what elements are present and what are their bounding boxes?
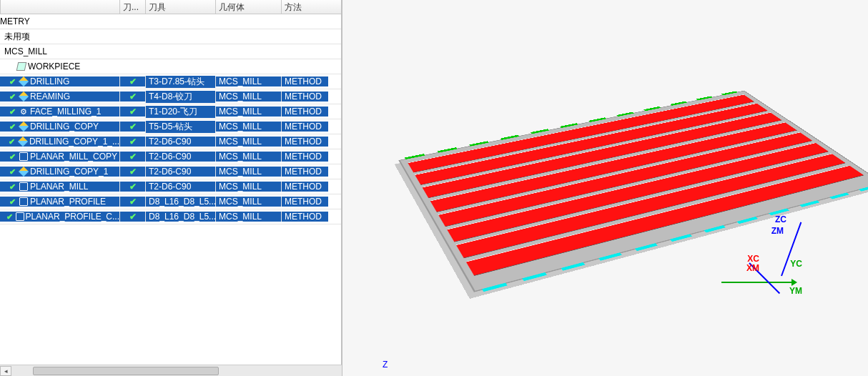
header-method[interactable]: 方法	[281, 0, 328, 14]
row-label: REAMING	[30, 91, 70, 102]
cell-geom: MCS_MILL	[215, 107, 281, 117]
row-label: DRILLING_COPY_1_...	[29, 137, 119, 147]
row-label: MCS_MILL	[4, 46, 47, 56]
cell-method: METHOD	[281, 137, 328, 147]
cell-geom: MCS_MILL	[215, 197, 281, 207]
cell-geom: MCS_MILL	[215, 122, 281, 132]
scroll-left-button[interactable]: ◂	[0, 366, 11, 376]
row-label: METRY	[0, 16, 30, 26]
axis-label-zc: ZC	[775, 214, 786, 224]
tree-row[interactable]: ✔REAMING✔T4-D8-铰刀MCS_MILLMETHOD	[0, 89, 341, 104]
row-label: PLANAR_PROFILE_C...	[26, 212, 119, 222]
operation-navigator-panel: 刀... 刀具 几何体 方法 METRY未用项MCS_MILLWORKPIECE…	[0, 0, 342, 376]
cell-geom: MCS_MILL	[215, 91, 281, 102]
planar-op-icon	[16, 212, 24, 222]
drill-op-icon	[19, 167, 29, 177]
tree-row[interactable]: ✔PLANAR_MILL✔T2-D6-C90MCS_MILLMETHOD	[0, 179, 341, 194]
cell-tool: T3-D7.85-钻头	[145, 76, 215, 88]
tree-row[interactable]: METRY	[0, 14, 341, 29]
status-check-icon: ✔	[7, 107, 17, 117]
tree-row[interactable]: ✔DRILLING_COPY✔T5-D5-钻头MCS_MILLMETHOD	[0, 119, 341, 134]
operation-tree[interactable]: METRY未用项MCS_MILLWORKPIECE✔DRILLING✔T3-D7…	[0, 14, 341, 376]
status-check-icon: ✔	[7, 137, 17, 147]
row-label: FACE_MILLING_1	[30, 107, 101, 117]
tree-row[interactable]: WORKPIECE	[0, 59, 341, 74]
tree-row[interactable]: 未用项	[0, 29, 341, 44]
cell-geom: MCS_MILL	[215, 212, 281, 222]
drill-op-icon	[19, 91, 29, 102]
planar-op-icon	[19, 152, 29, 162]
cell-method: METHOD	[281, 182, 328, 192]
axis-label-zm: ZM	[771, 226, 784, 236]
tree-row[interactable]: ✔PLANAR_MILL_COPY✔T2-D6-C90MCS_MILLMETHO…	[0, 149, 341, 164]
status-check-icon: ✔	[6, 212, 14, 222]
toolchange-check-icon: ✔	[129, 107, 137, 117]
workpiece-icon	[16, 62, 27, 71]
row-label: PLANAR_MILL	[30, 182, 88, 192]
status-check-icon: ✔	[7, 91, 17, 102]
tree-row[interactable]: ✔PLANAR_PROFILE_C...✔D8_L16_D8_L5...MCS_…	[0, 209, 341, 224]
tree-row[interactable]: MCS_MILL	[0, 44, 341, 59]
cell-tool: T2-D6-C90	[145, 137, 215, 147]
cell-tool: T5-D5-钻头	[145, 121, 215, 133]
header-tool[interactable]: 刀具	[145, 0, 215, 14]
cell-tool: T2-D6-C90	[145, 152, 215, 162]
toolchange-check-icon: ✔	[129, 167, 137, 177]
row-label: PLANAR_PROFILE	[30, 197, 106, 207]
cell-tool: T1-D20-飞刀	[145, 106, 215, 118]
cell-tool: D8_L16_D8_L5...	[145, 197, 215, 207]
face-mill-icon: ⚙	[19, 107, 29, 117]
cell-method: METHOD	[281, 212, 328, 222]
status-check-icon: ✔	[7, 182, 17, 192]
row-label: WORKPIECE	[28, 61, 80, 71]
cell-method: METHOD	[281, 152, 328, 162]
cell-method: METHOD	[281, 76, 328, 86]
row-label: PLANAR_MILL_COPY	[30, 152, 117, 162]
column-headers: 刀... 刀具 几何体 方法	[0, 0, 341, 14]
toolchange-check-icon: ✔	[129, 91, 137, 102]
toolchange-check-icon: ✔	[129, 76, 137, 86]
drill-op-icon	[18, 137, 28, 147]
toolchange-check-icon: ✔	[129, 197, 137, 207]
row-label: 未用项	[4, 31, 30, 43]
status-check-icon: ✔	[7, 197, 17, 207]
cell-geom: MCS_MILL	[215, 76, 281, 86]
graphics-viewport[interactable]: YC YM XC XM ZC ZM Z	[342, 0, 868, 376]
cell-geom: MCS_MILL	[215, 152, 281, 162]
mini-axis-z: Z	[383, 360, 388, 370]
cell-method: METHOD	[281, 122, 328, 132]
cell-method: METHOD	[281, 107, 328, 117]
tree-row[interactable]: ✔⚙FACE_MILLING_1✔T1-D20-飞刀MCS_MILLMETHOD	[0, 104, 341, 119]
cell-method: METHOD	[281, 167, 328, 177]
cell-tool: T4-D8-铰刀	[145, 91, 215, 103]
cell-geom: MCS_MILL	[215, 137, 281, 147]
cell-tool: D8_L16_D8_L5...	[145, 212, 215, 222]
axis-label-xc: XC	[747, 254, 759, 264]
header-name[interactable]	[0, 0, 119, 14]
header-geometry[interactable]: 几何体	[215, 0, 281, 14]
axis-label-yc: YC	[790, 259, 802, 269]
header-toolchange[interactable]: 刀...	[119, 0, 145, 14]
toolchange-check-icon: ✔	[129, 137, 137, 147]
status-check-icon: ✔	[7, 76, 17, 86]
tree-row[interactable]: ✔PLANAR_PROFILE✔D8_L16_D8_L5...MCS_MILLM…	[0, 194, 341, 209]
toolchange-check-icon: ✔	[129, 182, 137, 192]
cell-method: METHOD	[281, 197, 328, 207]
cell-geom: MCS_MILL	[215, 167, 281, 177]
tree-row[interactable]: ✔DRILLING✔T3-D7.85-钻头MCS_MILLMETHOD	[0, 74, 341, 89]
planar-op-icon	[19, 182, 29, 192]
cell-method: METHOD	[281, 91, 328, 102]
toolchange-check-icon: ✔	[129, 212, 137, 222]
cell-geom: MCS_MILL	[215, 182, 281, 192]
y-axis-arrow	[721, 282, 793, 283]
drill-op-icon	[19, 76, 29, 86]
toolchange-check-icon: ✔	[129, 152, 137, 162]
scroll-thumb[interactable]	[33, 367, 219, 375]
row-label: DRILLING_COPY_1	[30, 167, 108, 177]
status-check-icon: ✔	[7, 122, 17, 132]
tree-row[interactable]: ✔DRILLING_COPY_1✔T2-D6-C90MCS_MILLMETHOD	[0, 164, 341, 179]
cell-tool: T2-D6-C90	[145, 167, 215, 177]
status-check-icon: ✔	[7, 167, 17, 177]
row-label: DRILLING_COPY	[30, 122, 99, 132]
tree-row[interactable]: ✔DRILLING_COPY_1_...✔T2-D6-C90MCS_MILLME…	[0, 134, 341, 149]
